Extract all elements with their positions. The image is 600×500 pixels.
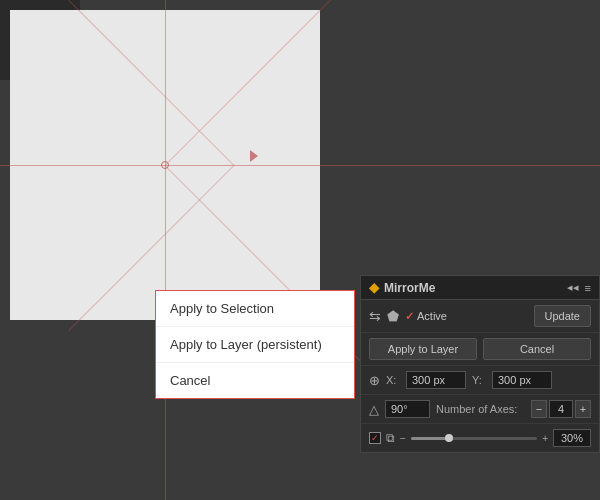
panel-header: ◆ MirrorMe ◂◂ ≡ <box>361 276 599 300</box>
panel-row-apply: Apply to Layer Cancel <box>361 333 599 366</box>
context-menu: Apply to Selection Apply to Layer (persi… <box>155 290 355 399</box>
angle-icon: △ <box>369 402 379 417</box>
axes-plus-button[interactable]: + <box>575 400 591 418</box>
cancel-button[interactable]: Cancel <box>483 338 591 360</box>
panel-row-opacity: ✓ ⧉ − + <box>361 424 599 452</box>
active-label: Active <box>417 310 447 322</box>
angle-input[interactable] <box>385 400 430 418</box>
mirrorme-panel: ◆ MirrorMe ◂◂ ≡ ⇆ ⬟ ✓ Active Update Appl… <box>360 275 600 453</box>
center-point <box>161 161 169 169</box>
y-input[interactable] <box>492 371 552 389</box>
plus-icon: + <box>542 433 548 444</box>
layers-icon: ⬟ <box>387 308 399 324</box>
context-menu-item-cancel[interactable]: Cancel <box>156 363 354 398</box>
panel-title-area: ◆ MirrorMe <box>369 280 435 295</box>
menu-button[interactable]: ≡ <box>585 282 591 294</box>
axes-stepper: − 4 + <box>531 400 591 418</box>
context-menu-item-apply-selection[interactable]: Apply to Selection <box>156 291 354 327</box>
axes-value: 4 <box>549 400 573 418</box>
opacity-slider-fill <box>411 437 449 440</box>
triangle-indicator <box>250 150 258 162</box>
opacity-slider-track[interactable] <box>411 437 537 440</box>
apply-to-layer-button[interactable]: Apply to Layer <box>369 338 477 360</box>
update-button[interactable]: Update <box>534 305 591 327</box>
context-menu-item-apply-layer[interactable]: Apply to Layer (persistent) <box>156 327 354 363</box>
x-input[interactable] <box>406 371 466 389</box>
panel-control-buttons: ◂◂ ≡ <box>567 281 591 294</box>
panel-row-xy: ⊕ X: Y: <box>361 366 599 395</box>
y-label: Y: <box>472 374 486 386</box>
minus-icon: − <box>400 433 406 444</box>
active-checkmark: ✓ <box>405 310 414 323</box>
opacity-checkbox[interactable]: ✓ <box>369 432 381 444</box>
axes-minus-button[interactable]: − <box>531 400 547 418</box>
mirrorme-diamond-icon: ◆ <box>369 280 379 295</box>
mirror-icon: ⇆ <box>369 308 381 324</box>
horizontal-guide <box>0 165 600 166</box>
vertical-guide <box>165 0 166 500</box>
x-label: X: <box>386 374 400 386</box>
panel-row-angle-axes: △ Number of Axes: − 4 + <box>361 395 599 424</box>
opacity-slider-thumb[interactable] <box>445 434 453 442</box>
collapse-button[interactable]: ◂◂ <box>567 281 579 294</box>
panel-row-active: ⇆ ⬟ ✓ Active Update <box>361 300 599 333</box>
position-icon: ⊕ <box>369 373 380 388</box>
opacity-icon: ⧉ <box>386 431 395 445</box>
active-badge: ✓ Active <box>405 310 447 323</box>
panel-title-label: MirrorMe <box>384 281 435 295</box>
opacity-input[interactable] <box>553 429 591 447</box>
axes-label: Number of Axes: <box>436 403 525 415</box>
